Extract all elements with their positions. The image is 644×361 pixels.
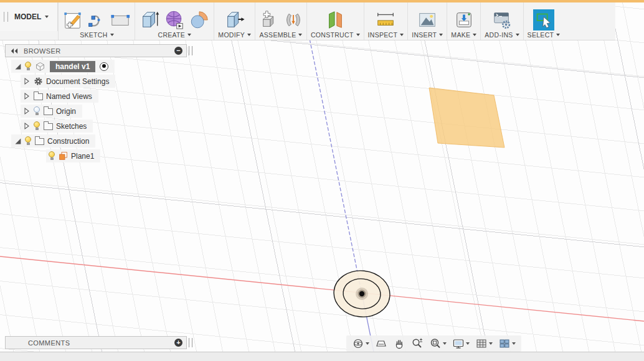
x-axis-line[interactable] bbox=[0, 256, 644, 321]
collapsed-arrow-icon[interactable] bbox=[23, 77, 31, 85]
toolbar-group-construct: CONSTRUCT bbox=[306, 2, 364, 40]
browser-panel-header[interactable]: BROWSER − bbox=[5, 44, 187, 57]
remove-panel-icon[interactable]: − bbox=[174, 47, 182, 55]
activate-component-radio[interactable] bbox=[100, 62, 108, 71]
zoom-icon bbox=[411, 337, 424, 350]
construction-plane-icon[interactable] bbox=[324, 9, 346, 30]
chevron-down-icon bbox=[473, 34, 476, 36]
z-axis-line-upper[interactable] bbox=[305, 17, 362, 294]
revolve-icon[interactable] bbox=[189, 9, 210, 30]
inspect-menu[interactable]: INSPECT bbox=[368, 30, 404, 40]
make-menu[interactable]: MAKE bbox=[451, 30, 476, 40]
add-comment-icon[interactable]: + bbox=[174, 339, 182, 347]
construction-plane-icon bbox=[59, 151, 68, 161]
timeline-strip[interactable] bbox=[0, 352, 644, 361]
collapse-panel-icon[interactable] bbox=[9, 47, 19, 55]
create-form-icon[interactable] bbox=[164, 9, 185, 30]
create-menu[interactable]: CREATE bbox=[158, 30, 192, 40]
grid-and-snaps-button[interactable] bbox=[473, 336, 495, 351]
visibility-bulb-icon[interactable] bbox=[34, 121, 40, 131]
addins-menu[interactable]: ADD-INS bbox=[485, 30, 519, 40]
insert-menu[interactable]: INSERT bbox=[412, 30, 443, 40]
toolbar-group-sketch: SKETCH bbox=[58, 2, 135, 40]
chevron-down-icon bbox=[356, 34, 360, 36]
folder-icon bbox=[44, 108, 53, 115]
toolbar-group-addins: ADD-INS bbox=[480, 2, 523, 40]
construct-menu[interactable]: CONSTRUCT bbox=[311, 30, 360, 40]
assemble-menu[interactable]: ASSEMBLE bbox=[259, 30, 302, 40]
fit-button[interactable] bbox=[427, 336, 448, 351]
new-component-icon[interactable] bbox=[259, 9, 280, 30]
viewports-icon bbox=[498, 337, 511, 350]
insert-image-icon[interactable] bbox=[417, 9, 438, 30]
tree-row-plane1[interactable]: Plane1 bbox=[46, 149, 100, 162]
measure-icon[interactable] bbox=[375, 9, 396, 30]
spline-icon[interactable] bbox=[87, 9, 106, 30]
look-at-button[interactable] bbox=[373, 336, 389, 351]
joint-icon[interactable] bbox=[284, 9, 303, 30]
tree-row-document-settings[interactable]: Document Settings bbox=[21, 75, 115, 88]
browser-panel-grip[interactable] bbox=[189, 46, 192, 55]
gear-icon bbox=[34, 77, 43, 86]
display-settings-button[interactable] bbox=[450, 336, 471, 351]
tree-item-label: Origin bbox=[56, 107, 76, 116]
tree-item-label: Plane1 bbox=[71, 152, 94, 161]
tree-row-named-views[interactable]: Named Views bbox=[21, 90, 98, 103]
scripts-addins-icon[interactable] bbox=[491, 9, 513, 30]
toolbar-group-assemble: ASSEMBLE bbox=[255, 2, 306, 40]
collapsed-arrow-icon[interactable] bbox=[23, 122, 31, 130]
toolbar-group-modify: MODIFY bbox=[214, 2, 255, 40]
extrude-icon[interactable] bbox=[139, 9, 160, 30]
visibility-bulb-icon[interactable] bbox=[25, 62, 32, 71]
look-at-icon bbox=[375, 337, 387, 350]
two-point-rectangle-icon[interactable] bbox=[110, 9, 131, 30]
toolbar-group-create: CREATE bbox=[135, 2, 214, 40]
browser-panel-title: BROWSER bbox=[24, 47, 169, 55]
orbit-icon bbox=[352, 337, 364, 350]
chevron-down-icon bbox=[466, 342, 470, 345]
chevron-down-icon bbox=[45, 16, 49, 18]
visibility-bulb-icon[interactable] bbox=[49, 151, 55, 161]
toolbar-grip[interactable] bbox=[4, 12, 8, 22]
collapsed-arrow-icon[interactable] bbox=[23, 92, 31, 100]
tree-row-construction[interactable]: Construction bbox=[11, 134, 95, 148]
chevron-down-icon bbox=[187, 34, 191, 36]
chevron-down-icon bbox=[439, 34, 443, 36]
component-name[interactable]: handel v1 bbox=[50, 61, 95, 72]
top-accent-strip bbox=[0, 0, 644, 2]
create-sketch-icon[interactable] bbox=[62, 9, 83, 30]
fusion360-window: { "window": { "top_strip_color": "#f4bd6… bbox=[0, 0, 644, 361]
press-pull-icon[interactable] bbox=[224, 9, 245, 30]
pan-icon bbox=[393, 337, 405, 350]
origin-point[interactable] bbox=[359, 291, 364, 296]
toolbar-group-insert: INSERT bbox=[407, 2, 447, 40]
chevron-down-icon bbox=[298, 34, 302, 36]
browser-tree: handel v1 Document Settings Named Views … bbox=[5, 60, 115, 162]
viewports-button[interactable] bbox=[496, 336, 518, 351]
comments-panel-grip[interactable] bbox=[189, 338, 192, 347]
sketch-menu[interactable]: SKETCH bbox=[80, 30, 113, 40]
tree-row-sketches[interactable]: Sketches bbox=[21, 120, 93, 133]
visibility-bulb-off-icon[interactable] bbox=[34, 106, 40, 116]
tree-row-origin[interactable]: Origin bbox=[21, 105, 82, 118]
pan-button[interactable] bbox=[391, 336, 407, 351]
expanded-arrow-icon[interactable] bbox=[14, 137, 22, 145]
toolbar-group-inspect: INSPECT bbox=[364, 2, 408, 40]
zoom-button[interactable] bbox=[409, 336, 425, 351]
chevron-down-icon bbox=[400, 34, 404, 36]
tree-row-component[interactable]: handel v1 bbox=[11, 60, 115, 73]
comments-panel-header[interactable]: COMMENTS + bbox=[5, 336, 187, 349]
grid-and-snaps-icon bbox=[475, 337, 488, 350]
select-menu[interactable]: SELECT bbox=[528, 30, 561, 40]
folder-icon bbox=[44, 123, 53, 130]
modify-menu[interactable]: MODIFY bbox=[218, 30, 251, 40]
3d-print-icon[interactable] bbox=[453, 9, 475, 30]
construction-plane1[interactable] bbox=[429, 88, 504, 148]
workspace-label: MODEL bbox=[14, 12, 41, 21]
orbit-button[interactable] bbox=[350, 336, 371, 351]
visibility-bulb-icon[interactable] bbox=[25, 136, 32, 146]
select-icon[interactable] bbox=[533, 9, 554, 30]
collapsed-arrow-icon[interactable] bbox=[23, 107, 31, 115]
workspace-switcher[interactable]: MODEL bbox=[0, 2, 58, 31]
expanded-arrow-icon[interactable] bbox=[14, 62, 22, 70]
